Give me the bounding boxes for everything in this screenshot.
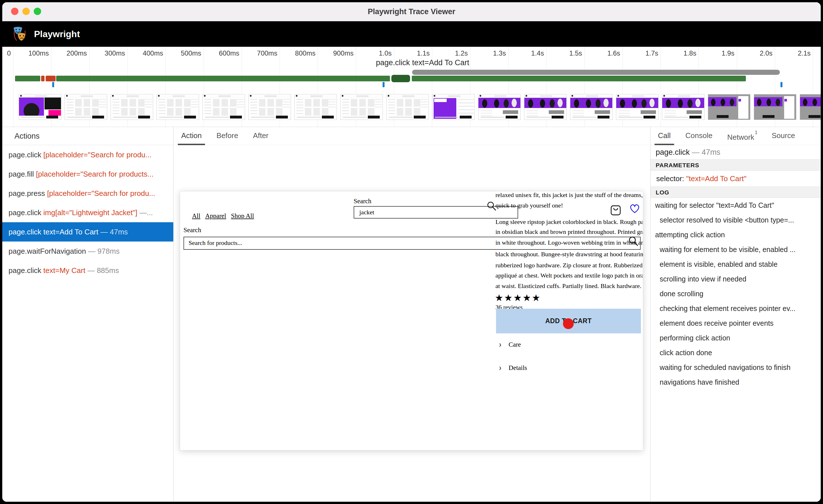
page-snapshot: AllApparelShop All Search jacket Search … bbox=[180, 191, 643, 450]
timeline-tick-label: 1.4s bbox=[507, 49, 544, 57]
action-row[interactable]: page.fill [placeholder="Search for produ… bbox=[2, 165, 173, 184]
tab-source[interactable]: Source bbox=[772, 127, 795, 145]
log-line: navigations have finished bbox=[651, 375, 821, 390]
action-row[interactable]: page.click text=My Cart — 885ms bbox=[2, 261, 173, 280]
add-to-cart-button[interactable]: ADD TO CART bbox=[496, 309, 641, 333]
timeline-tick-label: 1.6s bbox=[584, 49, 620, 57]
filmstrip-thumbnail-results[interactable] bbox=[386, 94, 429, 120]
action-selector: img[alt="Lightweight Jacket"] bbox=[43, 208, 137, 217]
snapshot-description-line: rubberized logo hardware. Zip closure at… bbox=[495, 262, 643, 269]
action-method: page.fill bbox=[8, 170, 36, 178]
filmstrip-thumbnail-cart[interactable] bbox=[708, 94, 751, 120]
snapshot-nav-link-shop-all[interactable]: Shop All bbox=[231, 212, 254, 220]
action-duration: —... bbox=[137, 208, 153, 217]
log-line: waiting for scheduled navigations to fin… bbox=[651, 360, 821, 375]
actions-list: page.click [placeholder="Search for prod… bbox=[2, 145, 173, 280]
timeline-bar-action[interactable] bbox=[412, 76, 746, 81]
call-title: page.click — 47ms bbox=[651, 145, 821, 159]
timeline-bar-action[interactable] bbox=[56, 76, 390, 81]
filmstrip-thumbnail-results[interactable] bbox=[249, 94, 291, 120]
log-line: waiting for element to be visible, enabl… bbox=[651, 242, 821, 257]
filmstrip-thumbnail-detail[interactable] bbox=[570, 94, 613, 120]
timeline-event-marker[interactable] bbox=[382, 82, 384, 87]
filmstrip-thumbnail-product[interactable] bbox=[19, 94, 61, 120]
timeline-tick-label: 700ms bbox=[240, 49, 277, 57]
snapshot-nav-link-apparel[interactable]: Apparel bbox=[205, 212, 226, 220]
timeline-bar-error[interactable] bbox=[41, 76, 44, 81]
log-line: click action done bbox=[651, 345, 821, 360]
timeline-event-marker[interactable] bbox=[52, 82, 54, 87]
action-method: page.press bbox=[8, 189, 47, 198]
filmstrip-thumbnail-results[interactable] bbox=[111, 94, 153, 120]
call-duration: — 47ms bbox=[692, 148, 720, 157]
action-row[interactable]: page.press [placeholder="Search for prod… bbox=[2, 184, 173, 203]
snapshot-nav-link-all[interactable]: All bbox=[192, 212, 200, 220]
timeline-tick-label: 900ms bbox=[317, 49, 354, 57]
tab-badge: 1 bbox=[755, 130, 758, 135]
snapshot-panel: ActionBeforeAfter AllApparelShop All Sea… bbox=[174, 127, 650, 502]
heart-icon[interactable] bbox=[629, 202, 641, 215]
timeline-bar-action[interactable] bbox=[15, 76, 40, 81]
filmstrip-thumbnail-results[interactable] bbox=[157, 94, 199, 120]
filmstrip-thumbnail-cart[interactable] bbox=[754, 94, 796, 120]
filmstrip-thumbnail-detail[interactable] bbox=[524, 94, 566, 120]
app-name: Playwright bbox=[34, 21, 80, 47]
bag-icon[interactable] bbox=[610, 204, 622, 217]
click-point-indicator bbox=[563, 318, 574, 329]
window-title: Playwright Trace Viewer bbox=[2, 2, 821, 21]
filmstrip-thumbnail-detail[interactable] bbox=[478, 94, 521, 120]
timeline-tick-label: 1.1s bbox=[393, 49, 430, 57]
filmstrip-thumbnail-jacket[interactable] bbox=[432, 94, 475, 120]
filmstrip-thumbnail-results[interactable] bbox=[340, 94, 383, 120]
snapshot-search-main-placeholder: Search for products... bbox=[189, 239, 242, 247]
snapshot-description-line: black throughout. Bungee-style drawstrin… bbox=[495, 251, 643, 258]
rating-stars: ★★★★★ bbox=[495, 292, 541, 303]
log-line: selector resolved to visible <button typ… bbox=[651, 213, 821, 227]
timeline-bar-pending[interactable] bbox=[412, 70, 780, 75]
accordion-row-care[interactable]: ›Care bbox=[499, 341, 613, 351]
filmstrip-thumbnail-detail[interactable] bbox=[616, 94, 659, 120]
action-method: page.click bbox=[8, 266, 43, 275]
action-method: page.waitForNavigation bbox=[8, 247, 88, 255]
timeline[interactable]: 0100ms200ms300ms400ms500ms600ms700ms800m… bbox=[2, 47, 821, 127]
log-line: attempting click action bbox=[651, 227, 821, 242]
accordion-row-details[interactable]: ›Details bbox=[499, 364, 613, 374]
action-method: page.click bbox=[8, 208, 43, 217]
log-line: done scrolling bbox=[651, 286, 821, 301]
timeline-tick-label: 1.9s bbox=[698, 49, 734, 57]
action-duration: — 978ms bbox=[88, 247, 119, 255]
timeline-bar-error[interactable] bbox=[46, 76, 55, 81]
tab-console[interactable]: Console bbox=[685, 127, 712, 145]
action-row[interactable]: page.click text=Add To Cart — 47ms bbox=[2, 222, 173, 242]
snapshot-search-label: Search bbox=[354, 198, 371, 205]
action-row[interactable]: page.waitForNavigation — 978ms bbox=[2, 242, 173, 261]
filmstrip-thumbnail-cart[interactable] bbox=[800, 94, 821, 120]
tab-action[interactable]: Action bbox=[181, 127, 202, 145]
snapshot-description-line: at waist. Elasticized cuffs. Partially l… bbox=[495, 282, 643, 290]
log-line: scrolling into view if needed bbox=[651, 272, 821, 286]
timeline-tick-label: 200ms bbox=[50, 49, 87, 57]
filmstrip-thumbnail-detail[interactable] bbox=[662, 94, 704, 120]
timeline-tick-label: 1.3s bbox=[469, 49, 506, 57]
tab-call[interactable]: Call bbox=[658, 127, 671, 145]
tab-network[interactable]: Network1 bbox=[727, 127, 757, 145]
timeline-bar-selected-action[interactable] bbox=[391, 75, 410, 82]
timeline-tick-label: 600ms bbox=[202, 49, 239, 57]
action-row[interactable]: page.click [placeholder="Search for prod… bbox=[2, 145, 173, 165]
timeline-event-marker[interactable] bbox=[781, 82, 783, 87]
actions-panel: Actions page.click [placeholder="Search … bbox=[2, 127, 174, 502]
titlebar: Playwright Trace Viewer bbox=[2, 2, 821, 21]
filmstrip-thumbnail-results[interactable] bbox=[65, 94, 107, 120]
action-row[interactable]: page.click img[alt="Lightweight Jacket"]… bbox=[2, 203, 173, 222]
tab-after[interactable]: After bbox=[253, 127, 269, 145]
tab-before[interactable]: Before bbox=[216, 127, 238, 145]
snapshot-description-line: appliqué at chest. Welt pockets and text… bbox=[495, 272, 643, 279]
snapshot-search-value: jacket bbox=[359, 209, 374, 216]
filmstrip-thumbnail-results[interactable] bbox=[202, 94, 245, 120]
timeline-tick-label: 100ms bbox=[12, 49, 49, 57]
action-duration: — 47ms bbox=[99, 228, 128, 236]
trace-viewer-window: Playwright Trace Viewer Playwright 0100m… bbox=[2, 2, 821, 502]
chevron-right-icon: › bbox=[499, 363, 501, 373]
filmstrip-thumbnail-results[interactable] bbox=[294, 94, 337, 120]
snapshot-intro-line: relaxed unisex fit, this jacket is just … bbox=[495, 191, 643, 199]
